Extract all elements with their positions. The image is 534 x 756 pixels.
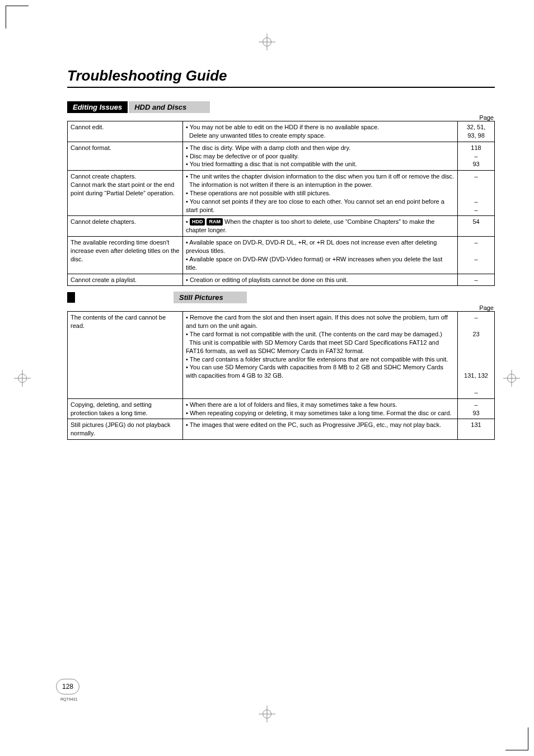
description-cell: • HDD RAM When the chapter is too short … (183, 216, 458, 237)
page-ref-cell: –– (458, 237, 495, 274)
issue-cell: Cannot edit. (68, 121, 183, 142)
page-content: Troubleshooting Guide Editing Issues HDD… (67, 67, 495, 440)
issue-cell: The contents of the card cannot be read. (68, 312, 183, 398)
description-cell: • The unit writes the chapter division i… (183, 171, 458, 216)
issue-cell: Cannot create chapters.Cannot mark the s… (68, 171, 183, 216)
footer-code: RQT9431 (60, 697, 77, 701)
still-table: The contents of the card cannot be read.… (67, 311, 495, 440)
issue-cell: Cannot format. (68, 142, 183, 171)
section-header-editing: Editing Issues HDD and Discs (67, 101, 495, 113)
table-row: Cannot delete chapters.• HDD RAM When th… (68, 216, 495, 237)
description-cell: • When there are a lot of folders and fi… (183, 398, 458, 419)
title-rule (67, 87, 495, 88)
page-ref-cell: – (458, 274, 495, 286)
page-ref-cell: –23131, 132– (458, 312, 495, 398)
table-row: Cannot create a playlist.• Creation or e… (68, 274, 495, 286)
crop-mark-top-left (6, 6, 29, 29)
table-row: Cannot edit.• You may not be able to edi… (68, 121, 495, 142)
table-row: The contents of the card cannot be read.… (68, 312, 495, 398)
page-number: 128 (56, 679, 79, 694)
hdd-discs-label: HDD and Discs (129, 101, 210, 113)
registration-mark-bottom (259, 706, 275, 722)
issue-cell: Cannot delete chapters. (68, 216, 183, 237)
issue-cell: The available recording time doesn't inc… (68, 237, 183, 274)
description-cell: • Available space on DVD-R, DVD-R DL, +R… (183, 237, 458, 274)
page-ref-cell: –93 (458, 398, 495, 419)
description-cell: • The disc is dirty. Wipe with a damp cl… (183, 142, 458, 171)
page-title: Troubleshooting Guide (67, 67, 495, 84)
registration-mark-top (259, 34, 275, 50)
description-cell: • You may not be able to edit on the HDD… (183, 121, 458, 142)
side-accent-icon (67, 292, 75, 303)
registration-mark-right (503, 370, 520, 387)
description-cell: • Remove the card from the slot and then… (183, 312, 458, 398)
page-ref-cell: 54 (458, 216, 495, 237)
table-row: Cannot format.• The disc is dirty. Wipe … (68, 142, 495, 171)
description-cell: • The images that were edited on the PC,… (183, 419, 458, 440)
page-ref-cell: 118–93 (458, 142, 495, 171)
page-ref-cell: 32, 51,93, 98 (458, 121, 495, 142)
table-row: Cannot create chapters.Cannot mark the s… (68, 171, 495, 216)
crop-mark-bottom-right (505, 727, 528, 750)
description-cell: • Creation or editing of playlists canno… (183, 274, 458, 286)
editing-issues-label: Editing Issues (67, 101, 128, 113)
page-label-2: Page (67, 304, 494, 311)
page-ref-cell: 131 (458, 419, 495, 440)
editing-table: Cannot edit.• You may not be able to edi… (67, 121, 495, 286)
table-row: Still pictures (JPEG) do not playback no… (68, 419, 495, 440)
registration-mark-left (14, 370, 31, 387)
still-pictures-label: Still Pictures (174, 292, 247, 303)
page-ref-cell: ––– (458, 171, 495, 216)
page-label-1: Page (67, 114, 494, 121)
issue-cell: Copying, deleting, and setting protectio… (68, 398, 183, 419)
table-row: Copying, deleting, and setting protectio… (68, 398, 495, 419)
issue-cell: Cannot create a playlist. (68, 274, 183, 286)
section-header-still: Still Pictures (67, 292, 495, 303)
issue-cell: Still pictures (JPEG) do not playback no… (68, 419, 183, 440)
table-row: The available recording time doesn't inc… (68, 237, 495, 274)
